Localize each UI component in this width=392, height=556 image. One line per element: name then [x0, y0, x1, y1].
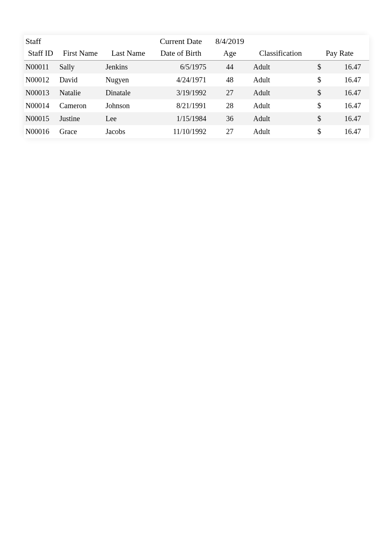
cell-date-of-birth: 8/21/1991: [153, 99, 209, 112]
cell-classification: Adult: [251, 86, 310, 99]
cell-first-name: Cameron: [57, 99, 103, 112]
cell-staff-id: N00014: [24, 99, 57, 112]
cell-age: 44: [209, 61, 251, 74]
cell-first-name: Natalie: [57, 86, 103, 99]
cell-date-of-birth: 6/5/1975: [153, 61, 209, 74]
cell-first-name: David: [57, 73, 103, 86]
col-classification: Classification: [251, 47, 310, 61]
cell-currency-symbol: $: [310, 86, 332, 99]
sheet-title: Staff: [24, 35, 57, 47]
cell-currency-symbol: $: [310, 125, 332, 138]
cell-date-of-birth: 4/24/1971: [153, 73, 209, 86]
cell-last-name: Jenkins: [103, 61, 153, 74]
col-age: Age: [209, 47, 251, 61]
cell-staff-id: N00015: [24, 112, 57, 125]
col-first-name: First Name: [57, 47, 103, 61]
table-header-row: Staff ID First Name Last Name Date of Bi…: [24, 47, 369, 61]
table-row: N00014CameronJohnson8/21/199128Adult$16.…: [24, 99, 369, 112]
col-pay-rate: Pay Rate: [310, 47, 369, 61]
table-row: N00015JustineLee1/15/198436Adult$16.47: [24, 112, 369, 125]
cell-classification: Adult: [251, 73, 310, 86]
cell-last-name: Lee: [103, 112, 153, 125]
cell-last-name: Johnson: [103, 99, 153, 112]
cell-first-name: Justine: [57, 112, 103, 125]
col-last-name: Last Name: [103, 47, 153, 61]
cell-age: 28: [209, 99, 251, 112]
cell-staff-id: N00013: [24, 86, 57, 99]
staff-table: Staff Current Date 8/4/2019 Staff ID Fir…: [24, 35, 369, 138]
current-date-label: Current Date: [153, 35, 209, 47]
cell-classification: Adult: [251, 112, 310, 125]
cell-age: 36: [209, 112, 251, 125]
cell-classification: Adult: [251, 61, 310, 74]
table-row: N00016GraceJacobs11/10/199227Adult$16.47: [24, 125, 369, 138]
cell-staff-id: N00012: [24, 73, 57, 86]
cell-date-of-birth: 1/15/1984: [153, 112, 209, 125]
cell-currency-symbol: $: [310, 61, 332, 74]
cell-date-of-birth: 3/19/1992: [153, 86, 209, 99]
cell-date-of-birth: 11/10/1992: [153, 125, 209, 138]
cell-currency-symbol: $: [310, 112, 332, 125]
cell-pay-rate: 16.47: [332, 86, 369, 99]
col-date-of-birth: Date of Birth: [153, 47, 209, 61]
cell-staff-id: N00016: [24, 125, 57, 138]
cell-classification: Adult: [251, 99, 310, 112]
cell-pay-rate: 16.47: [332, 112, 369, 125]
table-row: N00013NatalieDinatale3/19/199227Adult$16…: [24, 86, 369, 99]
table-row: N00011SallyJenkins6/5/197544Adult$16.47: [24, 61, 369, 74]
table-row: N00012DavidNugyen4/24/197148Adult$16.47: [24, 73, 369, 86]
cell-pay-rate: 16.47: [332, 99, 369, 112]
cell-staff-id: N00011: [24, 61, 57, 74]
cell-currency-symbol: $: [310, 99, 332, 112]
cell-pay-rate: 16.47: [332, 61, 369, 74]
cell-age: 27: [209, 125, 251, 138]
cell-first-name: Grace: [57, 125, 103, 138]
col-staff-id: Staff ID: [24, 47, 57, 61]
cell-age: 48: [209, 73, 251, 86]
cell-first-name: Sally: [57, 61, 103, 74]
cell-pay-rate: 16.47: [332, 73, 369, 86]
cell-last-name: Jacobs: [103, 125, 153, 138]
cell-currency-symbol: $: [310, 73, 332, 86]
current-date-value: 8/4/2019: [209, 35, 251, 47]
cell-last-name: Dinatale: [103, 86, 153, 99]
cell-pay-rate: 16.47: [332, 125, 369, 138]
cell-classification: Adult: [251, 125, 310, 138]
cell-age: 27: [209, 86, 251, 99]
table-title-row: Staff Current Date 8/4/2019: [24, 35, 369, 47]
cell-last-name: Nugyen: [103, 73, 153, 86]
